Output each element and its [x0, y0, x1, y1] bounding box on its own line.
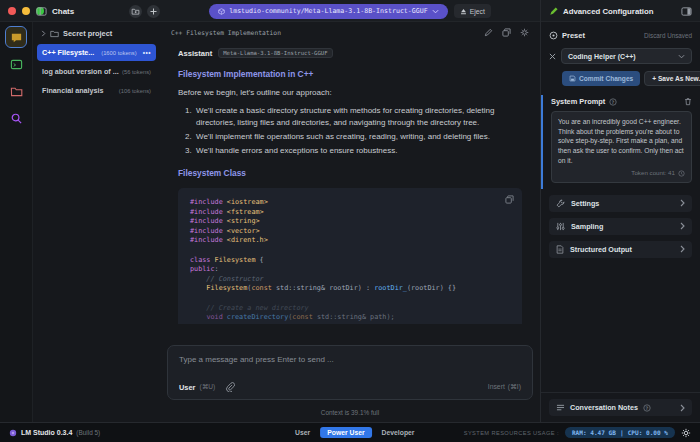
folder-icon: [50, 30, 59, 38]
app-version: LM Studio 0.3.4: [21, 429, 72, 436]
status-bar: LM Studio 0.3.4 (Build 5) User Power Use…: [0, 422, 700, 442]
chevron-right-icon: [680, 222, 685, 230]
structured-output-section[interactable]: Structured Output: [549, 241, 692, 258]
chat-header: C++ Filesystem Implementation: [160, 22, 540, 42]
preset-icon: [549, 31, 558, 40]
nav-models-tab[interactable]: [6, 81, 26, 101]
save-as-new-button[interactable]: + Save As New...: [644, 71, 700, 86]
eject-icon: [460, 8, 467, 15]
discard-unsaved-button[interactable]: Discard Unsaved: [644, 32, 692, 39]
preset-selected-value: Coding Helper (C++): [568, 53, 636, 60]
folder-label: Secret project: [63, 29, 112, 38]
chevron-right-icon: [41, 30, 46, 37]
chat-list-item[interactable]: log about version of ... (56 tokens): [37, 63, 156, 80]
settings-section[interactable]: Settings: [549, 195, 692, 212]
advanced-configuration-panel: Preset Discard Unsaved Coding Helper (C+…: [540, 22, 700, 422]
mode-user[interactable]: User: [295, 429, 310, 436]
role-switch-user[interactable]: User: [179, 383, 195, 392]
eject-model-button[interactable]: Eject: [454, 4, 491, 18]
model-cube-icon: [218, 8, 225, 15]
duplicate-icon[interactable]: [502, 28, 511, 37]
titlebar: Chats lmstudio-community/Meta-Llama-3.1-…: [0, 0, 700, 22]
lm-studio-window: Chats lmstudio-community/Meta-Llama-3.1-…: [0, 0, 700, 442]
message-input[interactable]: Type a message and press Enter to send .…: [167, 345, 533, 400]
code-block: #include <iostream>#include <fstream>#in…: [178, 188, 522, 324]
gear-icon[interactable]: [681, 428, 691, 438]
context-usage-status: Context is 39.1% full: [160, 409, 540, 416]
chat-title: C++ Filesystem Implementation: [171, 29, 281, 36]
chevron-right-icon: [680, 245, 685, 253]
resources-usage-pill[interactable]: RAM: 4.47 GB | CPU: 0.00 %: [565, 427, 675, 438]
sampling-section[interactable]: Sampling: [549, 218, 692, 235]
chat-column: C++ Filesystem Implementation Assistant …: [160, 22, 540, 422]
approach-item: We'll implement file operations such as …: [194, 131, 522, 143]
commit-icon: [569, 75, 576, 82]
commit-changes-button[interactable]: Commit Changes: [562, 71, 640, 86]
new-folder-button[interactable]: [129, 5, 142, 18]
attach-icon[interactable]: [225, 382, 235, 392]
chat-list-item[interactable]: C++ Filesyste... (1600 tokens) •••: [37, 44, 156, 61]
chat-item-label: C++ Filesyste...: [42, 48, 94, 57]
nav-discover-tab[interactable]: [6, 108, 26, 128]
search-icon: [10, 112, 23, 125]
copy-code-icon[interactable]: [505, 195, 514, 204]
chats-header: Chats: [36, 0, 160, 22]
notes-icon: [556, 404, 565, 412]
insert-shortcut: (⌘I): [508, 383, 521, 391]
assistant-model-badge: Meta-Llama-3.1-8B-Instruct-GGUF: [218, 48, 332, 58]
conversation-notes-section[interactable]: Conversation Notes ?: [549, 399, 692, 416]
message-intro: Before we begin, let's outline our appro…: [178, 87, 522, 99]
terminal-icon: [10, 58, 23, 71]
help-icon: ?: [609, 98, 617, 106]
insert-button[interactable]: Insert (⌘I): [488, 383, 521, 391]
edit-icon[interactable]: [484, 28, 493, 37]
chat-item-label: Financial analysis: [42, 86, 104, 95]
ram-usage: RAM: 4.47 GB: [572, 429, 616, 436]
advanced-config-title: Advanced Configuration: [563, 7, 654, 16]
new-chat-button[interactable]: [147, 5, 160, 18]
folder-secret-project[interactable]: Secret project: [33, 22, 160, 42]
conversation-notes-label: Conversation Notes: [570, 403, 638, 412]
user-shortcut: (⌘U): [199, 383, 215, 391]
message-list: Assistant Meta-Llama-3.1-8B-Instruct-GGU…: [160, 42, 540, 324]
help-icon: ?: [643, 404, 651, 412]
chevron-right-icon: [680, 199, 685, 207]
chevron-down-icon: [678, 54, 685, 59]
pencil-green-icon: [549, 7, 558, 16]
settings-label: Settings: [571, 199, 599, 208]
approach-list: We'll create a basic directory structure…: [194, 105, 522, 157]
delete-icon[interactable]: [684, 97, 692, 106]
chat-item-tokens: (1600 tokens): [101, 50, 136, 56]
nav-developer-tab[interactable]: [6, 54, 26, 74]
sidebar-toggle-icon[interactable]: [36, 6, 47, 17]
sampling-label: Sampling: [571, 222, 603, 231]
approach-item: We'll create a basic directory structure…: [194, 105, 522, 129]
message-heading-2: Filesystem Class: [178, 168, 522, 178]
mode-developer[interactable]: Developer: [382, 429, 415, 436]
system-prompt-section: System Prompt ? You are an incredibly go…: [541, 95, 700, 189]
commit-changes-label: Commit Changes: [579, 75, 633, 82]
system-prompt-label: System Prompt: [551, 97, 605, 106]
panel-toggle-icon[interactable]: [681, 6, 692, 17]
insert-label: Insert: [488, 383, 505, 391]
cpu-usage: CPU: 0.00 %: [628, 429, 668, 436]
chat-item-menu[interactable]: •••: [143, 49, 151, 56]
eject-label: Eject: [470, 8, 485, 15]
mode-power-user[interactable]: Power User: [320, 427, 371, 438]
system-prompt-textarea[interactable]: You are an incredibly good C++ engineer.…: [551, 111, 692, 183]
minimize-button[interactable]: [22, 7, 30, 15]
loaded-model-selector[interactable]: lmstudio-community/Meta-Llama-3.1-8B-Ins…: [209, 4, 448, 19]
message-heading-1: Filesystem Implementation in C++: [178, 69, 522, 79]
clear-preset-icon[interactable]: [549, 53, 556, 60]
pill-separator: |: [620, 429, 624, 436]
chat-list-item[interactable]: Financial analysis (106 tokens): [37, 82, 156, 99]
chat-bubble-icon: [10, 31, 23, 44]
save-as-new-label: + Save As New...: [652, 75, 700, 82]
app-build: (Build 5): [76, 429, 100, 436]
close-button[interactable]: [8, 7, 16, 15]
chat-item-label: log about version of ...: [42, 67, 119, 76]
preset-select[interactable]: Coding Helper (C++): [561, 48, 692, 64]
chat-settings-icon[interactable]: [520, 28, 529, 37]
nav-chat-tab[interactable]: [6, 27, 26, 47]
svg-text:?: ?: [646, 405, 649, 410]
